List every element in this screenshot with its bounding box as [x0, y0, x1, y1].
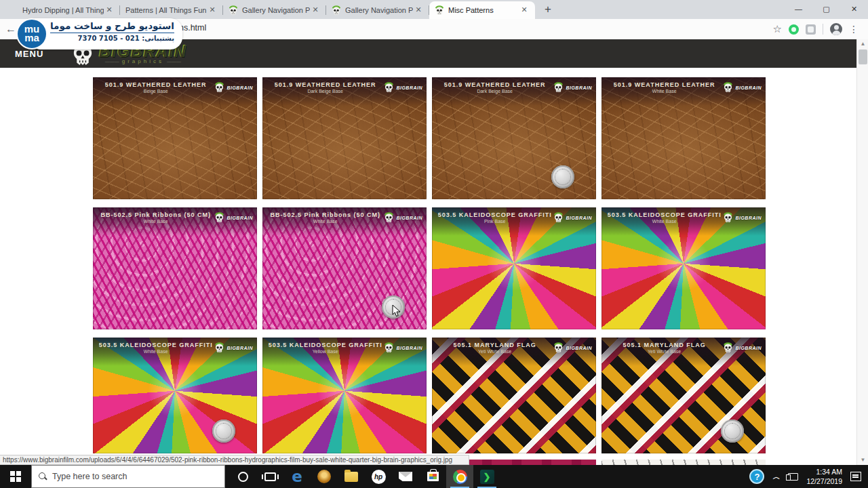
- tab-favicon-skull-icon: [435, 5, 444, 16]
- tab-label: Patterns | All Things Fun Hydrog: [125, 6, 207, 14]
- scroll-down-icon[interactable]: ▼: [857, 455, 868, 465]
- start-button[interactable]: [0, 465, 31, 488]
- skull-icon: [723, 342, 733, 353]
- browser-tab[interactable]: Patterns | All Things Fun Hydrog ✕: [120, 1, 223, 19]
- scroll-up-icon[interactable]: ▲: [857, 39, 868, 49]
- store-button[interactable]: [419, 465, 446, 488]
- pattern-tile[interactable]: 503.5 KALEIDOSCOPE GRAFFITI Yellow Base …: [262, 338, 427, 453]
- close-button[interactable]: ✕: [840, 0, 868, 19]
- pattern-tile[interactable]: BB-502.5 Pink Ribbons (50 CM) White Base…: [93, 207, 257, 329]
- skull-icon: [553, 342, 564, 353]
- tab-favicon-skull-icon: [332, 5, 341, 16]
- mail-button[interactable]: [392, 465, 419, 488]
- pattern-tile[interactable]: BB-502.5 Pink Ribbons (50 CM) White Base…: [262, 207, 427, 329]
- tile-title: 501.9 WEATHERED LEATHER: [436, 81, 553, 88]
- tile-header: 501.9 WEATHERED LEATHER Dark Beige Base …: [262, 77, 427, 106]
- store-icon: [427, 472, 439, 481]
- tile-subtitle: White Base: [97, 349, 214, 354]
- tile-brand-text: BIGBRAIN: [566, 346, 592, 350]
- pattern-tile[interactable]: 505.1 MARYLAND FLAG Yeti White Base BIGB…: [601, 338, 766, 453]
- browser-tab[interactable]: Gallery Navigation Page ✕: [223, 1, 326, 19]
- extension-box-icon[interactable]: [806, 24, 816, 35]
- tile-subtitle: Yeti White Base: [436, 349, 553, 354]
- skull-icon: [214, 342, 224, 353]
- skull-icon: [723, 212, 733, 223]
- muma-title: استودیو طرح و ساخت موما: [50, 20, 174, 33]
- cortana-button[interactable]: [229, 465, 256, 488]
- quarter-coin: [551, 165, 574, 188]
- tile-brand-logo: BIGBRAIN: [214, 80, 253, 93]
- muma-watermark: mu ma استودیو طرح و ساخت موما پشتیبانی: …: [16, 18, 182, 49]
- browser-tab[interactable]: Gallery Navigation Page ✕: [326, 1, 429, 19]
- minimize-button[interactable]: —: [785, 0, 812, 19]
- pattern-tile[interactable]: 501.9 WEATHERED LEATHER Dark Beige Base …: [262, 77, 427, 199]
- windows-logo-icon: [10, 471, 21, 482]
- tab-favicon-skull-icon: [229, 5, 238, 16]
- bookmark-star-icon[interactable]: ☆: [773, 23, 782, 35]
- pattern-tile[interactable]: 505.1 MARYLAND FLAG Yeti White Base BIGB…: [432, 338, 596, 453]
- tab-close-icon[interactable]: ✕: [413, 5, 424, 16]
- pattern-tile[interactable]: 503.5 KALEIDOSCOPE GRAFFITI Pink Base BI…: [432, 207, 596, 329]
- edge-icon: e: [292, 469, 302, 485]
- pattern-grid: 501.9 WEATHERED LEATHER Beige Base BIGBR…: [93, 77, 766, 460]
- pattern-tile[interactable]: 501.9 WEATHERED LEATHER Beige Base BIGBR…: [93, 77, 257, 199]
- tab-close-icon[interactable]: ✕: [207, 5, 218, 16]
- chrome-button[interactable]: [446, 465, 473, 488]
- green-media-button[interactable]: ❯: [473, 465, 500, 488]
- browser-tab[interactable]: Hydro Dipping | All Things Fun H ✕: [17, 1, 120, 19]
- tile-brand-text: BIGBRAIN: [396, 346, 422, 350]
- partial-pattern-tile[interactable]: [601, 460, 766, 465]
- maximize-button[interactable]: ▢: [812, 0, 840, 19]
- tile-subtitle: Beige Base: [97, 89, 214, 94]
- task-view-icon: [264, 472, 276, 481]
- hp-app-button[interactable]: hp: [365, 465, 392, 488]
- new-tab-button[interactable]: +: [539, 1, 557, 19]
- profile-avatar[interactable]: [830, 23, 842, 35]
- tray-device-icon[interactable]: [788, 473, 798, 481]
- muma-support-phone: پشتیبانی: 021 - 7105 7370: [50, 33, 174, 42]
- pattern-tile[interactable]: 501.9 WEATHERED LEATHER White Base BIGBR…: [601, 77, 766, 199]
- file-explorer-button[interactable]: [338, 465, 365, 488]
- task-view-button[interactable]: [256, 465, 283, 488]
- tile-title: 505.1 MARYLAND FLAG: [436, 342, 553, 348]
- tile-header: BB-502.5 Pink Ribbons (50 CM) White Base…: [93, 207, 257, 236]
- quarter-coin: [721, 420, 744, 443]
- tile-brand-logo: BIGBRAIN: [384, 340, 422, 353]
- help-icon[interactable]: ?: [749, 469, 764, 484]
- taskbar-clock[interactable]: 1:34 AM 12/27/2019: [806, 467, 842, 486]
- action-center-icon[interactable]: [850, 472, 861, 481]
- taskbar-search[interactable]: Type here to search: [31, 465, 225, 488]
- browser-tab-strip: Hydro Dipping | All Things Fun H ✕ Patte…: [0, 0, 868, 19]
- search-placeholder: Type here to search: [52, 472, 127, 481]
- browser-menu-icon[interactable]: ⋮: [849, 24, 859, 35]
- skull-icon: [723, 82, 733, 93]
- pattern-tile[interactable]: 503.5 KALEIDOSCOPE GRAFFITI White Base B…: [93, 338, 257, 453]
- tab-close-icon[interactable]: ✕: [104, 5, 115, 16]
- scrollbar-thumb[interactable]: [859, 49, 867, 64]
- extension-green-icon[interactable]: [789, 24, 799, 35]
- windows-taskbar: Type here to search e hp ❯ ? ︿ 1:34 AM 1…: [0, 465, 868, 488]
- tile-header: 503.5 KALEIDOSCOPE GRAFFITI Pink Base BI…: [432, 207, 596, 236]
- gold-app-button[interactable]: [311, 465, 338, 488]
- page-scrollbar[interactable]: ▲ ▼: [856, 39, 868, 465]
- tile-header: 505.1 MARYLAND FLAG Yeti White Base BIGB…: [432, 338, 596, 366]
- pattern-tile[interactable]: 501.9 WEATHERED LEATHER Dark Beige Base …: [432, 77, 596, 199]
- tile-title: BB-502.5 Pink Ribbons (50 CM): [97, 211, 214, 218]
- tab-close-icon[interactable]: ✕: [519, 5, 530, 16]
- tile-header: 503.5 KALEIDOSCOPE GRAFFITI White Base B…: [93, 338, 257, 366]
- tile-brand-logo: BIGBRAIN: [723, 80, 762, 93]
- tile-header: BB-502.5 Pink Ribbons (50 CM) White Base…: [262, 207, 427, 236]
- tile-title: 503.5 KALEIDOSCOPE GRAFFITI: [606, 211, 723, 218]
- browser-tab[interactable]: Misc Patterns ✕: [429, 1, 535, 19]
- menu-button[interactable]: MENU: [15, 49, 56, 59]
- edge-button[interactable]: e: [283, 465, 311, 488]
- pattern-tile[interactable]: 503.5 KALEIDOSCOPE GRAFFITI White Base B…: [601, 207, 766, 329]
- tile-brand-text: BIGBRAIN: [396, 216, 422, 220]
- tab-close-icon[interactable]: ✕: [310, 5, 321, 16]
- tile-subtitle: White Base: [97, 219, 214, 224]
- tile-subtitle: White Base: [606, 219, 723, 224]
- tile-brand-text: BIGBRAIN: [735, 85, 762, 90]
- tile-title: 503.5 KALEIDOSCOPE GRAFFITI: [436, 211, 553, 218]
- tile-title: 501.9 WEATHERED LEATHER: [606, 81, 723, 88]
- tray-expand-icon[interactable]: ︿: [772, 472, 780, 482]
